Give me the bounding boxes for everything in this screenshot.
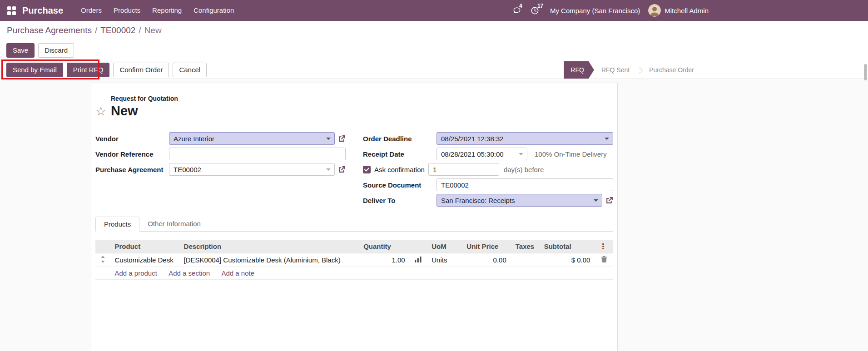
app-name[interactable]: Purchase [22, 5, 63, 16]
add-a-section-link[interactable]: Add a section [169, 269, 210, 277]
deliver-to-external-link-icon[interactable] [605, 197, 613, 204]
record-actions: Save Discard [0, 40, 868, 61]
activities-icon[interactable]: 17 [531, 6, 539, 15]
breadcrumb-te00002[interactable]: TE00002 [100, 25, 135, 35]
order-line-row[interactable]: Customizable Desk [DESK0004] Customizabl… [95, 253, 613, 267]
chevron-down-icon [326, 138, 331, 140]
systray: 4 17 My Company (San Francisco) Mitchell… [508, 4, 709, 17]
cancel-button[interactable]: Cancel [173, 63, 207, 77]
doc-type-label: Request for Quotation [111, 95, 613, 102]
breadcrumb-purchase-agreements[interactable]: Purchase Agreements [7, 25, 92, 35]
cell-unit-price[interactable]: 0.00 [462, 253, 511, 267]
add-a-product-link[interactable]: Add a product [114, 269, 157, 277]
delete-row-trash-icon[interactable] [595, 253, 613, 267]
chevron-down-icon [519, 153, 523, 155]
order-lines-table: Product Description Quantity UoM Unit Pr… [95, 240, 613, 280]
subtotal-column-header: Subtotal [540, 240, 595, 253]
receipt-date-label: Receipt Date [363, 150, 436, 158]
send-by-email-button[interactable]: Send by Email [6, 63, 63, 77]
uom-column-header: UoM [427, 240, 462, 253]
menu-products[interactable]: Products [108, 0, 146, 21]
table-header-row: Product Description Quantity UoM Unit Pr… [95, 240, 613, 253]
vendor-label: Vendor [95, 135, 169, 143]
company-switcher[interactable]: My Company (San Francisco) [550, 7, 640, 15]
order-deadline-label: Order Deadline [363, 135, 436, 143]
notebook-tabs: Products Other Information [95, 217, 613, 232]
favorite-star-icon[interactable]: ☆ [95, 104, 111, 118]
ask-confirmation-checkbox[interactable] [363, 166, 371, 173]
cell-uom[interactable]: Units [427, 253, 462, 267]
add-a-note-link[interactable]: Add a note [221, 269, 254, 277]
breadcrumb: Purchase Agreements / TE00002 / New [0, 21, 868, 40]
statusbar: Send by Email Print RFQ Confirm Order Ca… [0, 61, 868, 79]
cell-subtotal[interactable]: $ 0.00 [540, 253, 595, 267]
tab-products[interactable]: Products [95, 217, 139, 232]
ask-confirmation-label[interactable]: Ask confirmation [374, 166, 425, 173]
source-document-label: Source Document [363, 181, 436, 189]
deliver-to-field[interactable]: San Francisco: Receipts [436, 194, 602, 207]
quantity-column-header: Quantity [359, 240, 410, 253]
vendor-external-link-icon[interactable] [338, 135, 346, 143]
chevron-down-icon [605, 138, 609, 140]
purchase-agreement-external-link-icon[interactable] [338, 166, 346, 173]
discard-button[interactable]: Discard [38, 43, 74, 58]
description-column-header: Description [179, 240, 359, 253]
record-title[interactable]: New [111, 104, 138, 119]
messages-badge: 4 [519, 3, 522, 9]
field-grid: Vendor Azure Interior Vendor Reference [95, 132, 613, 209]
menu-configuration[interactable]: Configuration [188, 0, 240, 21]
optional-columns-icon[interactable]: ⋮ [595, 240, 613, 253]
deliver-to-label: Deliver To [363, 197, 436, 204]
unit-price-column-header: Unit Price [462, 240, 511, 253]
cell-taxes[interactable] [511, 253, 540, 267]
days-before-suffix: day(s) before [504, 166, 544, 173]
forecast-column-header [410, 240, 427, 253]
vertical-scrollbar[interactable] [864, 64, 867, 80]
stage-purchase-order[interactable]: Purchase Order [642, 61, 701, 79]
vendor-reference-field[interactable] [169, 148, 346, 160]
menu-reporting[interactable]: Reporting [146, 0, 188, 21]
drag-handle-icon[interactable] [95, 253, 110, 267]
order-deadline-field[interactable]: 08/25/2021 12:38:32 [436, 132, 613, 145]
handle-column-header [95, 240, 110, 253]
purchase-agreement-label: Purchase Agreement [95, 166, 169, 173]
title-block: Request for Quotation ☆ New [95, 95, 613, 119]
form-view-container: Request for Quotation ☆ New Vendor Azure… [0, 79, 868, 351]
vendor-field[interactable]: Azure Interior [169, 132, 335, 145]
breadcrumb-separator: / [95, 25, 97, 35]
cell-product[interactable]: Customizable Desk [110, 253, 179, 267]
confirm-order-button[interactable]: Confirm Order [113, 63, 169, 77]
receipt-date-field[interactable]: 08/28/2021 05:30:00 [436, 148, 527, 160]
status-pipeline: RFQ RFQ Sent Purchase Order [564, 61, 701, 79]
source-document-field[interactable]: TE00002 [436, 178, 613, 191]
save-button[interactable]: Save [6, 43, 35, 58]
product-column-header: Product [110, 240, 179, 253]
stage-rfq[interactable]: RFQ [564, 61, 594, 79]
cell-quantity[interactable]: 1.00 [359, 253, 410, 267]
user-menu[interactable]: Mitchell Admin [665, 7, 709, 15]
chevron-down-icon [594, 199, 598, 202]
on-time-delivery-note: 100% On-Time Delivery [535, 150, 607, 158]
user-avatar[interactable] [648, 4, 661, 17]
purchase-agreement-field[interactable]: TE00002 [169, 163, 335, 176]
breadcrumb-current: New [144, 25, 162, 35]
top-navbar: Purchase Orders Products Reporting Confi… [0, 0, 868, 21]
apps-menu-icon[interactable] [7, 6, 16, 15]
taxes-column-header: Taxes [511, 240, 540, 253]
cell-description[interactable]: [DESK0004] Customizable Desk (Aluminium,… [179, 253, 359, 267]
menu-orders[interactable]: Orders [75, 0, 108, 21]
print-rfq-button[interactable]: Print RFQ [67, 63, 110, 77]
stage-rfq-sent[interactable]: RFQ Sent [594, 61, 637, 79]
breadcrumb-separator: / [139, 25, 141, 35]
vendor-reference-label: Vendor Reference [95, 150, 169, 158]
tab-other-information[interactable]: Other Information [139, 217, 209, 231]
forecast-chart-icon[interactable] [410, 253, 427, 267]
table-footer-links-row: Add a product Add a section Add a note [95, 267, 613, 280]
form-sheet: Request for Quotation ☆ New Vendor Azure… [91, 83, 618, 351]
messages-icon[interactable]: 4 [512, 6, 521, 15]
chevron-down-icon [326, 168, 331, 171]
confirmation-days-field[interactable]: 1 [428, 163, 499, 176]
activities-badge: 17 [537, 3, 543, 9]
